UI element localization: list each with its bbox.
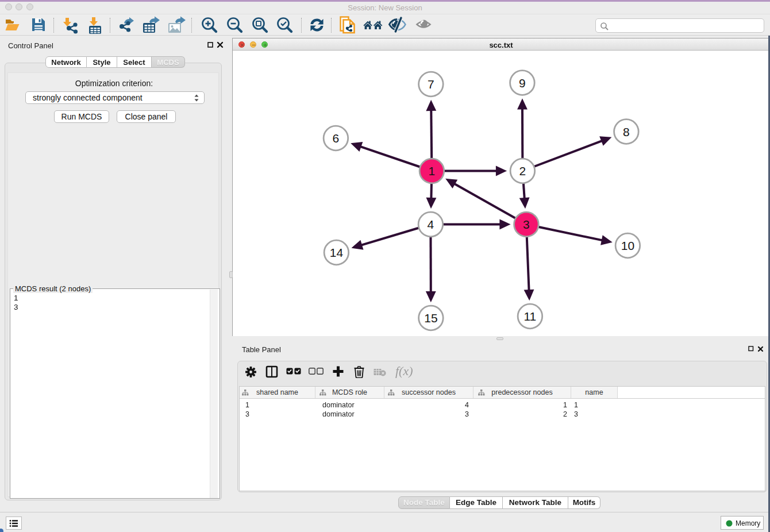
svg-text:10: 10 <box>621 239 634 252</box>
svg-text:8: 8 <box>623 125 630 138</box>
svg-text:6: 6 <box>333 132 340 145</box>
svg-text:11: 11 <box>523 310 536 323</box>
svg-text:9: 9 <box>519 76 526 90</box>
svg-text:14: 14 <box>330 246 344 259</box>
svg-text:7: 7 <box>428 78 434 91</box>
svg-text:3: 3 <box>523 218 530 231</box>
svg-text:4: 4 <box>428 218 434 231</box>
svg-text:15: 15 <box>424 311 437 325</box>
svg-text:1: 1 <box>429 164 436 178</box>
svg-text:2: 2 <box>519 164 526 178</box>
